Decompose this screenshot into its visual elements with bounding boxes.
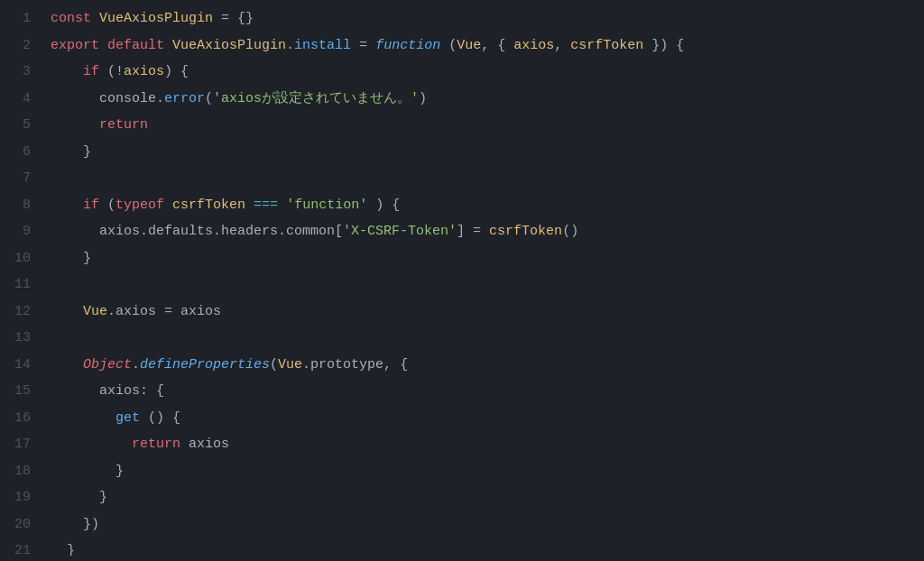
line-num-13: 13	[9, 325, 31, 352]
code-line-15: axios: {	[51, 378, 924, 405]
code-line-7	[51, 165, 924, 192]
line-numbers: 1 2 3 4 5 6 7 8 9 10 11 12 13 14 15 16 1…	[0, 5, 47, 556]
line-num-10: 10	[9, 245, 31, 272]
code-line-4: console.error('axiosが設定されていません。')	[51, 86, 924, 113]
code-line-13	[51, 325, 924, 352]
line-num-16: 16	[9, 405, 31, 432]
line-num-11: 11	[9, 271, 31, 299]
line-num-17: 17	[9, 431, 31, 458]
line-num-1: 1	[9, 5, 31, 32]
line-num-19: 19	[9, 484, 31, 511]
line-num-6: 6	[9, 139, 31, 166]
line-num-20: 20	[9, 511, 31, 538]
code-line-6: }	[51, 139, 924, 166]
code-line-3: if (!axios) {	[51, 59, 924, 86]
line-num-21: 21	[9, 538, 31, 561]
code-line-20: })	[51, 511, 924, 538]
line-num-9: 9	[9, 218, 31, 245]
code-line-19: }	[51, 484, 924, 511]
line-num-4: 4	[9, 86, 31, 113]
code-line-2: export default VueAxiosPlugin.install = …	[51, 32, 924, 60]
code-line-9: axios.defaults.headers.common['X-CSRF-To…	[51, 218, 924, 245]
code-line-10: }	[51, 245, 924, 272]
code-line-16: get () {	[51, 405, 924, 432]
code-line-11	[51, 271, 924, 299]
code-line-17: return axios	[51, 431, 924, 458]
code-line-5: return	[51, 112, 924, 139]
line-num-15: 15	[9, 378, 31, 405]
code-line-1: const VueAxiosPlugin = {}	[51, 5, 924, 32]
code-line-12: Vue.axios = axios	[51, 299, 924, 326]
code-content: const VueAxiosPlugin = {} export default…	[47, 5, 924, 556]
line-num-5: 5	[9, 112, 31, 139]
code-line-21: }	[51, 538, 924, 556]
line-num-7: 7	[9, 165, 31, 192]
code-line-18: }	[51, 458, 924, 485]
line-num-3: 3	[9, 59, 31, 86]
line-num-2: 2	[9, 32, 31, 60]
line-num-12: 12	[9, 299, 31, 326]
line-num-18: 18	[9, 458, 31, 485]
code-line-8: if (typeof csrfToken === 'function' ) {	[51, 192, 924, 219]
code-line-14: Object.defineProperties(Vue.prototype, {	[51, 352, 924, 379]
code-editor: 1 2 3 4 5 6 7 8 9 10 11 12 13 14 15 16 1…	[0, 0, 924, 561]
line-num-8: 8	[9, 192, 31, 219]
line-num-14: 14	[9, 352, 31, 379]
